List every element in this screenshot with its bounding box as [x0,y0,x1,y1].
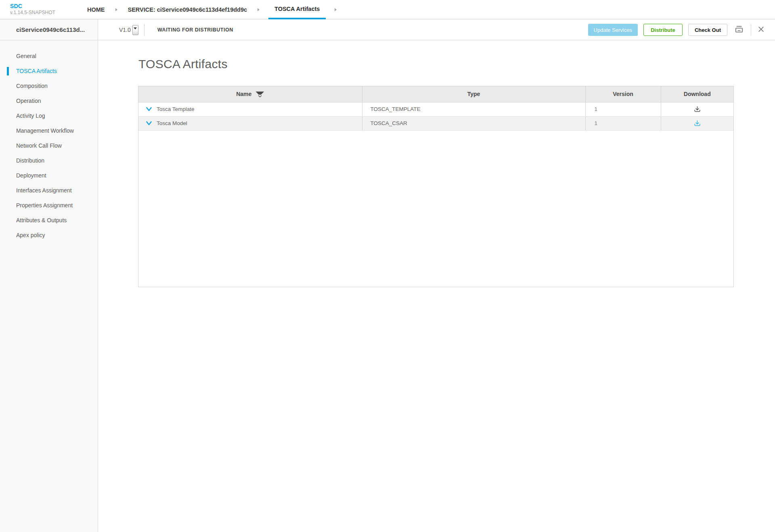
breadcrumb-arrow-icon [258,8,260,11]
breadcrumb-tosca-artifacts[interactable]: TOSCA Artifacts [268,0,326,19]
distribute-button[interactable]: Distribute [643,24,683,36]
column-header-version[interactable]: Version [585,86,661,102]
artifact-type: TOSCA_TEMPLATE [362,102,585,116]
sdc-logo-text: SDC [10,3,55,9]
sidebar-item-network-call-flow[interactable]: Network Call Flow [0,138,98,153]
download-icon [694,120,701,127]
chevron-down-icon [258,95,262,98]
table-row-tosca-template: Tosca Template TOSCA_TEMPLATE 1 [138,102,733,116]
sidebar-item-management-workflow[interactable]: Management Workflow [0,123,98,138]
chevron-down-icon [146,121,152,126]
check-out-button[interactable]: Check Out [688,24,727,36]
sidebar-item-operation[interactable]: Operation [0,94,98,108]
sidebar-item-properties-assignment[interactable]: Properties Assignment [0,198,98,213]
close-icon [758,26,765,34]
top-nav: SDC v.1.14.5-SNAPSHOT HOME SERVICE: ciSe… [0,0,775,19]
sidebar-item-apex-policy[interactable]: Apex policy [0,228,98,243]
artifact-version: 1 [585,116,661,130]
version-label: V1.0 [119,27,131,33]
column-header-download[interactable]: Download [661,86,733,102]
app-version: v.1.14.5-SNAPSHOT [10,9,55,16]
close-button[interactable] [757,25,765,35]
artifact-version: 1 [585,102,661,116]
breadcrumb-service[interactable]: SERVICE: ciService0949c6c113d4ef19dd9c [126,0,249,19]
download-icon [694,106,701,113]
page-title: TOSCA Artifacts [138,57,228,71]
column-header-name[interactable]: Name [138,86,362,102]
artifact-type: TOSCA_CSAR [362,116,585,130]
artifact-name: Tosca Model [157,120,187,126]
breadcrumb: HOME SERVICE: ciService0949c6c113d4ef19d… [86,0,346,19]
artifact-name: Tosca Template [157,106,195,112]
chevron-down-icon [146,107,152,112]
service-toolbar: V1.0 WAITING FOR DISTRIBUTION Update Ser… [98,19,775,40]
column-header-name-label: Name [236,91,251,97]
print-button[interactable] [733,23,745,37]
breadcrumb-arrow-icon [115,8,117,11]
toolbar-divider [144,24,145,36]
toolbar-divider [751,24,751,36]
filter-funnel-icon [256,92,264,95]
artifacts-table: Name Type Version Download [138,86,733,131]
sidebar-service-title: ciService0949c6c113d... [0,19,98,40]
download-button[interactable] [694,106,701,113]
expand-row-button[interactable] [146,107,152,112]
sidebar-item-tosca-artifacts[interactable]: TOSCA Artifacts [0,64,98,79]
sidebar-item-interfaces-assignment[interactable]: Interfaces Assignment [0,183,98,198]
sidebar-item-composition[interactable]: Composition [0,79,98,94]
breadcrumb-home[interactable]: HOME [86,0,107,19]
main-content: TOSCA Artifacts Name [98,40,775,532]
sort-filter-icon[interactable] [256,92,264,98]
sidebar-menu: General TOSCA Artifacts Composition Oper… [0,40,98,243]
lifecycle-status: WAITING FOR DISTRIBUTION [157,19,233,40]
sidebar-item-deployment[interactable]: Deployment [0,168,98,183]
sidebar-item-general[interactable]: General [0,49,98,64]
sdc-logo[interactable]: SDC v.1.14.5-SNAPSHOT [10,3,55,16]
sidebar-item-activity-log[interactable]: Activity Log [0,108,98,123]
version-select[interactable] [132,25,138,35]
breadcrumb-arrow-icon [335,8,337,11]
artifacts-table-container: Name Type Version Download [138,86,734,287]
sidebar-item-attributes-outputs[interactable]: Attributes & Outputs [0,213,98,228]
download-button[interactable] [694,120,701,127]
column-header-type[interactable]: Type [362,86,585,102]
table-row-tosca-model: Tosca Model TOSCA_CSAR 1 [138,116,733,130]
update-services-button[interactable]: Update Services [588,24,638,36]
chevron-down-icon [134,27,137,29]
print-icon [734,24,744,36]
sidebar-item-distribution[interactable]: Distribution [0,153,98,168]
sidebar: ciService0949c6c113d... General TOSCA Ar… [0,19,98,532]
expand-row-button[interactable] [146,121,152,126]
